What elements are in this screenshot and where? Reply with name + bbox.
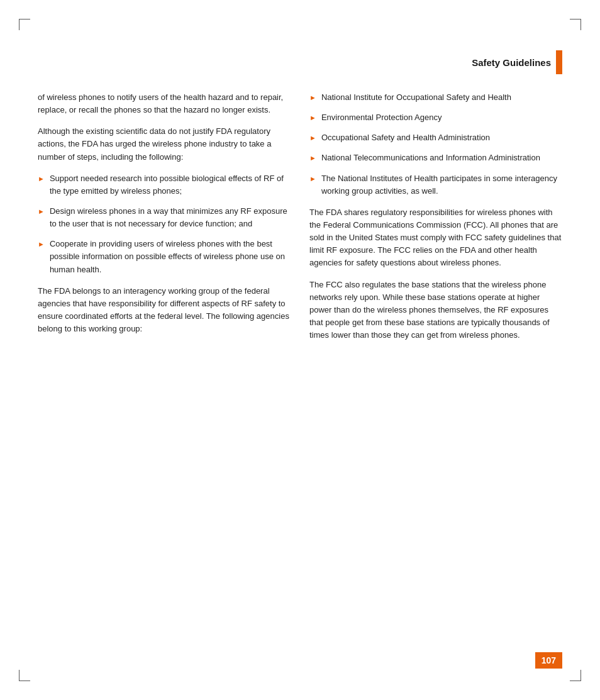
bullet-text: Design wireless phones in a way that min… [50, 205, 291, 230]
left-paragraph-3: The FDA belongs to an interagency workin… [38, 285, 291, 336]
bullet-arrow-icon: ► [38, 239, 45, 250]
list-item: ► The National Institutes of Health part… [309, 172, 562, 197]
bullet-arrow-icon: ► [309, 92, 316, 103]
bullet-text: Cooperate in providing users of wireless… [50, 238, 291, 275]
left-paragraph-2: Although the existing scientific data do… [38, 125, 291, 163]
bullet-text: National Telecommunications and Informat… [321, 152, 562, 164]
right-paragraph-2: The FCC also regulates the base stations… [309, 279, 562, 342]
page-number: 107 [535, 652, 562, 669]
bullet-arrow-icon: ► [309, 174, 316, 184]
bullet-text: Environmental Protection Agency [321, 111, 562, 124]
right-bullet-list: ► National Institute for Occupational Sa… [309, 91, 562, 197]
bullet-text: The National Institutes of Health partic… [321, 172, 562, 197]
corner-mark-br [570, 670, 581, 681]
list-item: ► National Institute for Occupational Sa… [309, 91, 562, 104]
left-column: of wireless phones to notify users of th… [38, 91, 291, 637]
bullet-arrow-icon: ► [38, 206, 45, 217]
list-item: ► Cooperate in providing users of wirele… [38, 238, 291, 275]
header-accent-bar [556, 50, 562, 74]
bullet-arrow-icon: ► [309, 153, 316, 164]
list-item: ► Environmental Protection Agency [309, 111, 562, 124]
bullet-text: Occupational Safety and Health Administr… [321, 131, 562, 144]
corner-mark-tl [19, 19, 30, 30]
bullet-text: National Institute for Occupational Safe… [321, 91, 562, 104]
bullet-arrow-icon: ► [309, 133, 316, 143]
bullet-text: Support needed research into possible bi… [50, 172, 291, 197]
header-title: Safety Guidelines [472, 57, 551, 68]
page: Safety Guidelines of wireless phones to … [0, 0, 600, 700]
left-paragraph-1: of wireless phones to notify users of th… [38, 91, 291, 116]
list-item: ► Support needed research into possible … [38, 172, 291, 197]
list-item: ► National Telecommunications and Inform… [309, 152, 562, 164]
right-paragraph-1: The FDA shares regulatory responsibiliti… [309, 206, 562, 270]
header: Safety Guidelines [472, 50, 562, 74]
bullet-arrow-icon: ► [309, 113, 316, 123]
corner-mark-bl [19, 670, 30, 681]
left-bullet-list: ► Support needed research into possible … [38, 172, 291, 276]
right-column: ► National Institute for Occupational Sa… [309, 91, 562, 637]
corner-mark-tr [570, 19, 581, 30]
bullet-arrow-icon: ► [38, 174, 45, 184]
main-content: of wireless phones to notify users of th… [38, 91, 562, 637]
list-item: ► Occupational Safety and Health Adminis… [309, 131, 562, 144]
list-item: ► Design wireless phones in a way that m… [38, 205, 291, 230]
